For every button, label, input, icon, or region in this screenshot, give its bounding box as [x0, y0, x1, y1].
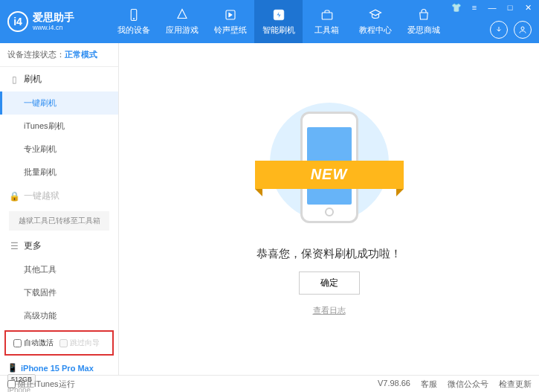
- minimize-button[interactable]: —: [484, 1, 500, 13]
- skip-guide-checkbox[interactable]: 跳过向导: [59, 338, 100, 348]
- block-itunes-checkbox[interactable]: 阻止iTunes运行: [7, 379, 75, 390]
- close-button[interactable]: ✕: [520, 1, 536, 13]
- footer-check-update[interactable]: 检查更新: [499, 379, 532, 390]
- tutorial-icon: [369, 8, 382, 22]
- toolbox-icon: [320, 8, 334, 22]
- success-illustration: NEW: [270, 103, 389, 237]
- header-bar: i4 爱思助手 www.i4.cn 我的设备 应用游戏 铃声壁纸 智能刷机 工具…: [0, 0, 539, 43]
- sidebar-item-one-click-flash[interactable]: 一键刷机: [0, 91, 118, 115]
- footer-support[interactable]: 客服: [421, 379, 437, 390]
- app-url: www.i4.cn: [33, 24, 74, 31]
- view-log-link[interactable]: 查看日志: [313, 305, 346, 316]
- download-button[interactable]: [490, 21, 508, 39]
- new-ribbon: NEW: [255, 161, 404, 189]
- app-title: 爱思助手: [33, 12, 74, 23]
- apps-icon: [175, 8, 189, 22]
- sidebar-item-download-firmware[interactable]: 下载固件: [0, 281, 118, 304]
- sidebar: 设备连接状态：正常模式 ▯刷机 一键刷机 iTunes刷机 专业刷机 批量刷机 …: [0, 43, 119, 375]
- nav-ringtones[interactable]: 铃声壁纸: [206, 0, 254, 43]
- highlighted-options-box: 自动激活 跳过向导: [4, 330, 114, 356]
- flash-icon: [272, 8, 285, 22]
- svg-point-1: [133, 18, 135, 19]
- version-label: V7.98.66: [378, 379, 410, 390]
- sidebar-item-itunes-flash[interactable]: iTunes刷机: [0, 115, 118, 138]
- lock-icon: 🔒: [9, 191, 19, 202]
- nav-apps-games[interactable]: 应用游戏: [158, 0, 206, 43]
- svg-point-5: [521, 27, 524, 30]
- footer-wechat[interactable]: 微信公众号: [448, 379, 488, 390]
- sidebar-item-pro-flash[interactable]: 专业刷机: [0, 138, 118, 161]
- sidebar-item-other-tools[interactable]: 其他工具: [0, 258, 118, 281]
- connection-status: 设备连接状态：正常模式: [0, 43, 118, 67]
- success-message: 恭喜您，保资料刷机成功啦！: [256, 247, 401, 261]
- device-phone-icon: 📱: [7, 363, 18, 373]
- maximize-button[interactable]: □: [502, 1, 518, 13]
- jailbreak-moved-note: 越狱工具已转移至工具箱: [9, 211, 109, 231]
- store-icon: [417, 8, 430, 22]
- device-icon: [127, 8, 141, 22]
- media-icon: [224, 8, 237, 22]
- sidebar-section-jailbreak: 🔒一键越狱: [0, 184, 118, 208]
- nav-toolbox[interactable]: 工具箱: [303, 0, 351, 43]
- top-nav: 我的设备 应用游戏 铃声壁纸 智能刷机 工具箱 教程中心 爱思商城: [109, 0, 448, 43]
- nav-smart-flash[interactable]: 智能刷机: [254, 0, 303, 43]
- sidebar-section-more[interactable]: ☰更多: [0, 234, 118, 258]
- svg-rect-4: [322, 13, 332, 19]
- tshirt-icon[interactable]: 👕: [448, 1, 465, 13]
- nav-store[interactable]: 爱思商城: [399, 0, 448, 43]
- sidebar-item-advanced[interactable]: 高级功能: [0, 304, 118, 327]
- auto-activate-checkbox[interactable]: 自动激活: [13, 338, 54, 348]
- logo: i4 爱思助手 www.i4.cn: [7, 11, 109, 32]
- nav-my-device[interactable]: 我的设备: [109, 0, 158, 43]
- sidebar-section-flash[interactable]: ▯刷机: [0, 67, 118, 91]
- sidebar-item-batch-flash[interactable]: 批量刷机: [0, 161, 118, 184]
- ok-button[interactable]: 确定: [299, 271, 360, 295]
- device-name: 📱iPhone 15 Pro Max: [7, 363, 111, 373]
- app-logo-icon: i4: [7, 11, 28, 32]
- more-icon: ☰: [9, 241, 19, 251]
- main-panel: NEW 恭喜您，保资料刷机成功啦！ 确定 查看日志: [119, 43, 539, 375]
- window-controls: 👕 ≡ — □ ✕: [448, 1, 536, 13]
- user-button[interactable]: [514, 21, 532, 39]
- nav-tutorials[interactable]: 教程中心: [351, 0, 399, 43]
- menu-icon[interactable]: ≡: [466, 1, 482, 13]
- phone-icon: ▯: [9, 74, 19, 85]
